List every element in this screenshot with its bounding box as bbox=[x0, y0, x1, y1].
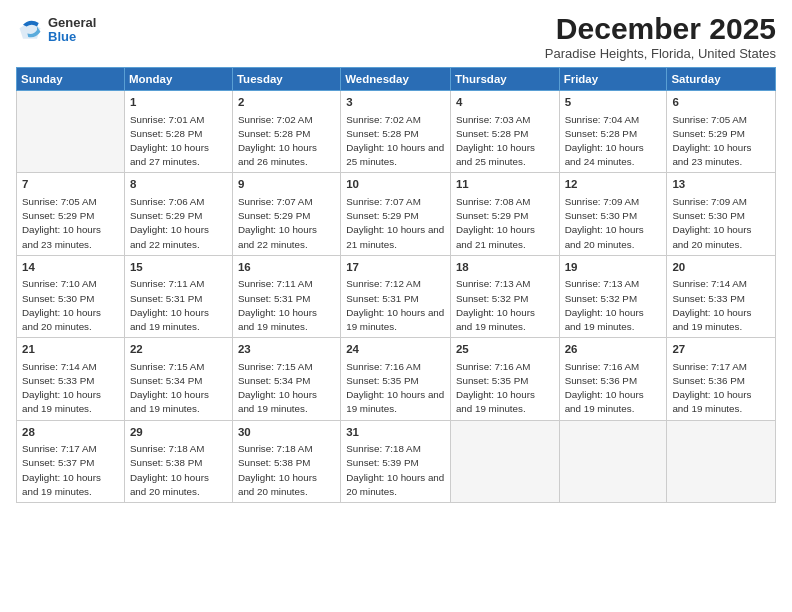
calendar-cell: 27 Sunrise: 7:17 AMSunset: 5:36 PMDaylig… bbox=[667, 338, 776, 420]
day-number: 9 bbox=[238, 177, 335, 193]
calendar-cell: 24 Sunrise: 7:16 AMSunset: 5:35 PMDaylig… bbox=[341, 338, 451, 420]
day-number: 28 bbox=[22, 425, 119, 441]
day-info: Sunrise: 7:14 AMSunset: 5:33 PMDaylight:… bbox=[22, 361, 101, 415]
day-info: Sunrise: 7:13 AMSunset: 5:32 PMDaylight:… bbox=[565, 278, 644, 332]
calendar-cell: 20 Sunrise: 7:14 AMSunset: 5:33 PMDaylig… bbox=[667, 255, 776, 337]
calendar-cell: 25 Sunrise: 7:16 AMSunset: 5:35 PMDaylig… bbox=[450, 338, 559, 420]
day-number: 26 bbox=[565, 342, 662, 358]
calendar-cell bbox=[17, 91, 125, 173]
day-number: 12 bbox=[565, 177, 662, 193]
day-number: 2 bbox=[238, 95, 335, 111]
day-info: Sunrise: 7:17 AMSunset: 5:36 PMDaylight:… bbox=[672, 361, 751, 415]
day-info: Sunrise: 7:04 AMSunset: 5:28 PMDaylight:… bbox=[565, 114, 644, 168]
calendar-cell: 2 Sunrise: 7:02 AMSunset: 5:28 PMDayligh… bbox=[232, 91, 340, 173]
day-info: Sunrise: 7:18 AMSunset: 5:38 PMDaylight:… bbox=[130, 443, 209, 497]
day-number: 15 bbox=[130, 260, 227, 276]
day-info: Sunrise: 7:17 AMSunset: 5:37 PMDaylight:… bbox=[22, 443, 101, 497]
header: General Blue December 2025 Paradise Heig… bbox=[16, 12, 776, 61]
page: General Blue December 2025 Paradise Heig… bbox=[0, 0, 792, 612]
logo-general-text: General bbox=[48, 16, 96, 30]
day-info: Sunrise: 7:15 AMSunset: 5:34 PMDaylight:… bbox=[238, 361, 317, 415]
day-number: 10 bbox=[346, 177, 445, 193]
calendar-cell: 11 Sunrise: 7:08 AMSunset: 5:29 PMDaylig… bbox=[450, 173, 559, 255]
day-number: 31 bbox=[346, 425, 445, 441]
day-number: 8 bbox=[130, 177, 227, 193]
header-monday: Monday bbox=[124, 68, 232, 91]
calendar-cell: 7 Sunrise: 7:05 AMSunset: 5:29 PMDayligh… bbox=[17, 173, 125, 255]
calendar-cell: 15 Sunrise: 7:11 AMSunset: 5:31 PMDaylig… bbox=[124, 255, 232, 337]
logo-text: General Blue bbox=[48, 16, 96, 45]
day-info: Sunrise: 7:02 AMSunset: 5:28 PMDaylight:… bbox=[238, 114, 317, 168]
calendar-cell: 3 Sunrise: 7:02 AMSunset: 5:28 PMDayligh… bbox=[341, 91, 451, 173]
header-tuesday: Tuesday bbox=[232, 68, 340, 91]
day-info: Sunrise: 7:07 AMSunset: 5:29 PMDaylight:… bbox=[238, 196, 317, 250]
calendar-cell bbox=[667, 420, 776, 502]
day-info: Sunrise: 7:09 AMSunset: 5:30 PMDaylight:… bbox=[672, 196, 751, 250]
header-friday: Friday bbox=[559, 68, 667, 91]
day-number: 4 bbox=[456, 95, 554, 111]
logo-icon bbox=[16, 16, 44, 44]
day-info: Sunrise: 7:08 AMSunset: 5:29 PMDaylight:… bbox=[456, 196, 535, 250]
calendar-week-5: 28 Sunrise: 7:17 AMSunset: 5:37 PMDaylig… bbox=[17, 420, 776, 502]
title-block: December 2025 Paradise Heights, Florida,… bbox=[545, 12, 776, 61]
day-info: Sunrise: 7:16 AMSunset: 5:35 PMDaylight:… bbox=[456, 361, 535, 415]
day-number: 6 bbox=[672, 95, 770, 111]
day-info: Sunrise: 7:07 AMSunset: 5:29 PMDaylight:… bbox=[346, 196, 444, 250]
calendar-cell: 4 Sunrise: 7:03 AMSunset: 5:28 PMDayligh… bbox=[450, 91, 559, 173]
calendar-cell: 19 Sunrise: 7:13 AMSunset: 5:32 PMDaylig… bbox=[559, 255, 667, 337]
day-number: 18 bbox=[456, 260, 554, 276]
calendar-cell: 8 Sunrise: 7:06 AMSunset: 5:29 PMDayligh… bbox=[124, 173, 232, 255]
day-number: 24 bbox=[346, 342, 445, 358]
calendar-cell: 21 Sunrise: 7:14 AMSunset: 5:33 PMDaylig… bbox=[17, 338, 125, 420]
calendar-cell: 28 Sunrise: 7:17 AMSunset: 5:37 PMDaylig… bbox=[17, 420, 125, 502]
day-info: Sunrise: 7:11 AMSunset: 5:31 PMDaylight:… bbox=[238, 278, 317, 332]
calendar-cell: 9 Sunrise: 7:07 AMSunset: 5:29 PMDayligh… bbox=[232, 173, 340, 255]
day-info: Sunrise: 7:18 AMSunset: 5:39 PMDaylight:… bbox=[346, 443, 444, 497]
calendar-cell bbox=[559, 420, 667, 502]
day-number: 19 bbox=[565, 260, 662, 276]
calendar-week-3: 14 Sunrise: 7:10 AMSunset: 5:30 PMDaylig… bbox=[17, 255, 776, 337]
day-number: 25 bbox=[456, 342, 554, 358]
weekday-header-row: Sunday Monday Tuesday Wednesday Thursday… bbox=[17, 68, 776, 91]
calendar-cell: 13 Sunrise: 7:09 AMSunset: 5:30 PMDaylig… bbox=[667, 173, 776, 255]
calendar-cell: 10 Sunrise: 7:07 AMSunset: 5:29 PMDaylig… bbox=[341, 173, 451, 255]
header-thursday: Thursday bbox=[450, 68, 559, 91]
header-saturday: Saturday bbox=[667, 68, 776, 91]
day-number: 29 bbox=[130, 425, 227, 441]
day-info: Sunrise: 7:05 AMSunset: 5:29 PMDaylight:… bbox=[22, 196, 101, 250]
day-info: Sunrise: 7:13 AMSunset: 5:32 PMDaylight:… bbox=[456, 278, 535, 332]
day-number: 20 bbox=[672, 260, 770, 276]
day-number: 14 bbox=[22, 260, 119, 276]
calendar-cell: 22 Sunrise: 7:15 AMSunset: 5:34 PMDaylig… bbox=[124, 338, 232, 420]
day-number: 16 bbox=[238, 260, 335, 276]
month-title: December 2025 bbox=[545, 12, 776, 46]
day-info: Sunrise: 7:10 AMSunset: 5:30 PMDaylight:… bbox=[22, 278, 101, 332]
header-wednesday: Wednesday bbox=[341, 68, 451, 91]
calendar-cell: 14 Sunrise: 7:10 AMSunset: 5:30 PMDaylig… bbox=[17, 255, 125, 337]
calendar-cell: 6 Sunrise: 7:05 AMSunset: 5:29 PMDayligh… bbox=[667, 91, 776, 173]
calendar-cell bbox=[450, 420, 559, 502]
day-number: 23 bbox=[238, 342, 335, 358]
day-number: 7 bbox=[22, 177, 119, 193]
calendar-week-4: 21 Sunrise: 7:14 AMSunset: 5:33 PMDaylig… bbox=[17, 338, 776, 420]
logo: General Blue bbox=[16, 16, 96, 45]
day-info: Sunrise: 7:09 AMSunset: 5:30 PMDaylight:… bbox=[565, 196, 644, 250]
calendar-cell: 12 Sunrise: 7:09 AMSunset: 5:30 PMDaylig… bbox=[559, 173, 667, 255]
day-number: 1 bbox=[130, 95, 227, 111]
calendar-cell: 31 Sunrise: 7:18 AMSunset: 5:39 PMDaylig… bbox=[341, 420, 451, 502]
calendar-cell: 17 Sunrise: 7:12 AMSunset: 5:31 PMDaylig… bbox=[341, 255, 451, 337]
calendar-cell: 26 Sunrise: 7:16 AMSunset: 5:36 PMDaylig… bbox=[559, 338, 667, 420]
day-number: 13 bbox=[672, 177, 770, 193]
calendar-cell: 23 Sunrise: 7:15 AMSunset: 5:34 PMDaylig… bbox=[232, 338, 340, 420]
day-info: Sunrise: 7:16 AMSunset: 5:35 PMDaylight:… bbox=[346, 361, 444, 415]
logo-blue-text: Blue bbox=[48, 30, 96, 44]
day-number: 30 bbox=[238, 425, 335, 441]
calendar-week-1: 1 Sunrise: 7:01 AMSunset: 5:28 PMDayligh… bbox=[17, 91, 776, 173]
day-info: Sunrise: 7:01 AMSunset: 5:28 PMDaylight:… bbox=[130, 114, 209, 168]
day-info: Sunrise: 7:03 AMSunset: 5:28 PMDaylight:… bbox=[456, 114, 535, 168]
day-number: 11 bbox=[456, 177, 554, 193]
location: Paradise Heights, Florida, United States bbox=[545, 46, 776, 61]
calendar-cell: 30 Sunrise: 7:18 AMSunset: 5:38 PMDaylig… bbox=[232, 420, 340, 502]
day-number: 21 bbox=[22, 342, 119, 358]
day-number: 27 bbox=[672, 342, 770, 358]
